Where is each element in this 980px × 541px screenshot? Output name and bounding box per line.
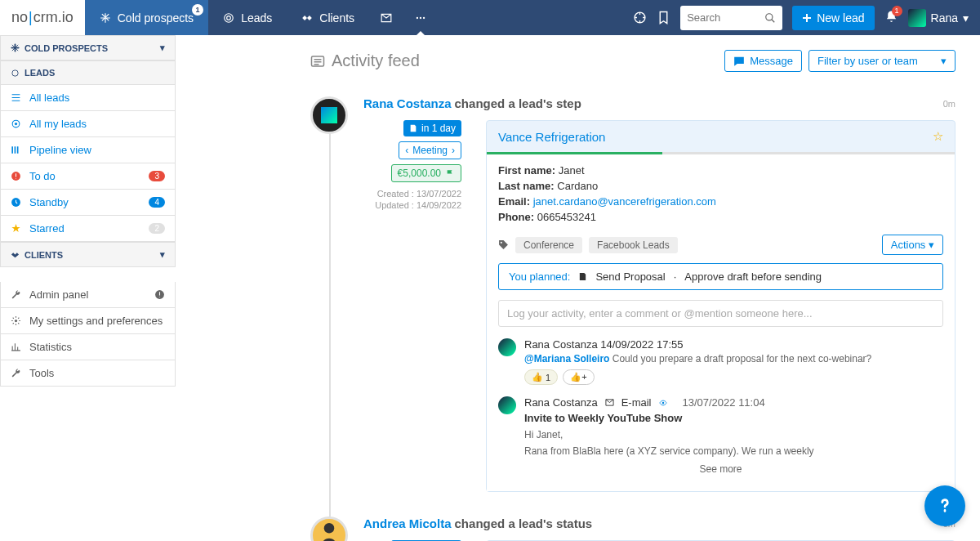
created-date: Created : 13/07/2022 xyxy=(363,189,461,199)
notifications-button[interactable]: 1 xyxy=(884,10,898,26)
search-input[interactable] xyxy=(680,6,782,30)
see-more-button[interactable]: See more xyxy=(498,457,943,481)
comment-icon xyxy=(733,56,745,67)
sidebar-section-cold-prospects[interactable]: COLD PROSPECTS ▾ xyxy=(0,35,176,60)
comment: Rana Costanza 14/09/2022 17:55 @Mariana … xyxy=(498,338,943,385)
lead-card: Vance Refrigeration ☆ First name: Janet … xyxy=(486,120,956,492)
svg-point-13 xyxy=(15,320,17,322)
envelope-icon xyxy=(381,12,392,24)
alert-icon xyxy=(11,171,21,181)
avatar xyxy=(908,9,926,27)
feed-actor[interactable]: Andrea Micolta xyxy=(363,516,452,530)
svg-point-1 xyxy=(227,16,231,20)
file-icon xyxy=(578,271,587,282)
target-icon xyxy=(223,12,234,24)
actions-button[interactable]: Actions ▾ xyxy=(882,235,943,255)
star-button[interactable]: ☆ xyxy=(933,129,943,144)
svg-point-7 xyxy=(12,69,18,75)
tag-chip[interactable]: Facebook Leads xyxy=(589,237,678,253)
lead-name[interactable]: Vance Refrigeration xyxy=(498,130,605,144)
star-icon xyxy=(11,223,21,234)
filter-dropdown[interactable]: Filter by user or team ▾ xyxy=(808,50,956,72)
eye-icon xyxy=(657,399,669,407)
wrench-icon xyxy=(11,368,21,378)
target-icon xyxy=(11,69,20,78)
caret-down-icon: ▾ xyxy=(963,11,969,25)
new-lead-button[interactable]: New lead xyxy=(792,6,874,30)
sidebar-item-settings[interactable]: My settings and preferences xyxy=(0,308,176,334)
email-link[interactable]: janet.cardano@vancerefrigeration.com xyxy=(533,195,716,208)
feed-time: 0m xyxy=(943,99,956,109)
person-icon xyxy=(317,519,341,541)
feed-icon xyxy=(310,54,325,69)
svg-point-6 xyxy=(766,13,773,20)
nav-tab-cold-prospects[interactable]: Cold prospects 1 xyxy=(85,0,208,35)
svg-point-17 xyxy=(324,523,335,534)
nav-tab-more[interactable] xyxy=(403,0,438,35)
avatar xyxy=(498,396,516,414)
step-pill[interactable]: ‹ Meeting › xyxy=(399,141,461,159)
gear-icon xyxy=(11,315,21,326)
reaction[interactable]: 👍1 xyxy=(524,369,558,385)
svg-point-15 xyxy=(501,242,502,244)
user-menu[interactable]: Rana ▾ xyxy=(908,9,969,27)
due-pill: in 1 day xyxy=(403,120,461,136)
sidebar-item-standby[interactable]: Standby 4 xyxy=(0,190,176,216)
amount-pill: €5,000.00 xyxy=(391,164,461,182)
chevron-down-icon: ▾ xyxy=(160,249,165,260)
feed-item: Rana Costanza changed a lead's step 0m i… xyxy=(310,96,956,492)
sidebar-section-leads[interactable]: LEADS xyxy=(0,60,176,85)
tag-chip[interactable]: Conference xyxy=(515,237,582,253)
tag-icon xyxy=(498,239,509,250)
add-reaction-button[interactable]: 👍+ xyxy=(563,369,594,385)
svg-point-16 xyxy=(662,401,665,404)
help-button[interactable] xyxy=(924,485,965,526)
sidebar-item-all-leads[interactable]: All leads xyxy=(0,85,176,111)
sidebar-item-to-do[interactable]: To do 3 xyxy=(0,163,176,190)
user-avatar[interactable] xyxy=(310,96,348,134)
file-icon xyxy=(409,123,417,133)
sidebar-item-tools[interactable]: Tools xyxy=(0,360,176,387)
app-logo[interactable]: no|crm.io xyxy=(0,0,85,35)
message-button[interactable]: Message xyxy=(724,50,802,72)
svg-point-0 xyxy=(225,13,234,22)
updated-date: Updated : 14/09/2022 xyxy=(363,200,461,210)
pipeline-icon xyxy=(11,145,21,155)
chevron-down-icon: ▾ xyxy=(160,42,165,53)
sidebar-item-all-my-leads[interactable]: All my leads xyxy=(0,111,176,137)
dots-icon xyxy=(415,12,426,24)
bookmark-icon[interactable] xyxy=(657,11,670,25)
nav-tab-clients[interactable]: Clients xyxy=(287,0,369,35)
count-badge: 4 xyxy=(149,197,165,208)
sidebar-section-clients[interactable]: CLIENTS ▾ xyxy=(0,242,176,267)
plus-icon xyxy=(802,13,812,23)
wrench-icon xyxy=(11,289,21,300)
handshake-icon xyxy=(301,12,313,24)
sidebar-item-admin-panel[interactable]: Admin panel xyxy=(0,282,176,308)
flag-icon xyxy=(445,169,455,177)
handshake-icon xyxy=(11,250,20,259)
sidebar-item-starred[interactable]: Starred 2 xyxy=(0,216,176,242)
count-badge: 2 xyxy=(149,223,165,234)
goal-icon[interactable] xyxy=(633,11,647,25)
feed-actor[interactable]: Rana Costanza xyxy=(363,96,452,110)
user-avatar[interactable] xyxy=(310,516,348,541)
chart-icon xyxy=(11,342,21,352)
nav-tab-leads[interactable]: Leads xyxy=(208,0,287,35)
comment-input[interactable]: Log your activity, enter a comment or @m… xyxy=(498,300,943,327)
question-icon xyxy=(934,495,956,516)
feed-action: changed a lead's step xyxy=(455,96,581,110)
caret-down-icon: ▾ xyxy=(941,55,947,67)
sidebar-item-statistics[interactable]: Statistics xyxy=(0,334,176,360)
mention[interactable]: @Mariana Solleiro xyxy=(524,353,609,364)
warning-icon xyxy=(154,289,165,300)
feed-action: changed a lead's status xyxy=(455,516,593,530)
snowflake-icon xyxy=(11,43,20,52)
target-icon xyxy=(11,118,21,129)
sidebar-item-pipeline-view[interactable]: Pipeline view xyxy=(0,137,176,163)
snowflake-icon xyxy=(100,12,111,24)
planned-task: You planned: Send Proposal · Approve dra… xyxy=(498,263,943,290)
feed-item: Andrea Micolta changed a lead's status 0… xyxy=(310,516,956,541)
list-icon xyxy=(11,92,21,103)
nav-tab-mail[interactable] xyxy=(369,0,403,35)
